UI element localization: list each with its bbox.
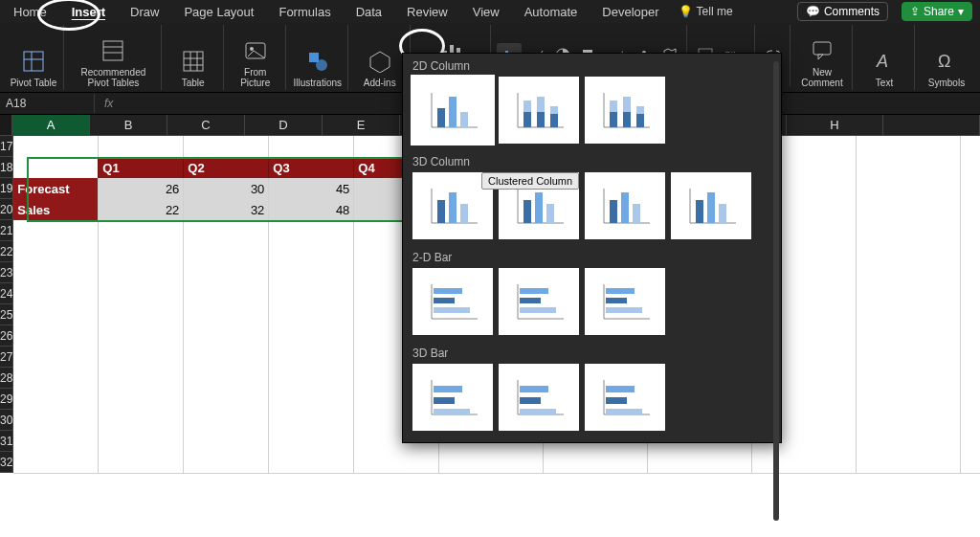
row-header[interactable]: 17	[0, 136, 13, 157]
cell[interactable]	[857, 325, 961, 347]
tab-data[interactable]: Data	[350, 3, 388, 21]
row-header[interactable]: 32	[0, 452, 13, 473]
column-header[interactable]	[883, 115, 980, 136]
cell[interactable]	[857, 262, 961, 284]
tell-me[interactable]: 💡 Tell me	[679, 5, 733, 18]
cell[interactable]	[269, 368, 354, 390]
cell[interactable]	[13, 136, 99, 158]
cell[interactable]	[961, 410, 980, 432]
cell[interactable]	[857, 431, 961, 453]
cell[interactable]	[439, 452, 544, 474]
tab-developer[interactable]: Developer	[596, 3, 664, 21]
cell[interactable]	[184, 304, 269, 326]
row-header[interactable]: 22	[0, 241, 13, 262]
cell[interactable]	[269, 452, 354, 474]
share-button[interactable]: ⇪ Share ▾	[902, 2, 972, 21]
cell[interactable]	[269, 262, 354, 284]
cell[interactable]	[961, 136, 980, 158]
chart-thumb-3d-column[interactable]	[671, 172, 751, 239]
cell[interactable]	[99, 452, 184, 474]
row-header[interactable]: 29	[0, 389, 13, 410]
cell[interactable]	[857, 220, 961, 242]
cell[interactable]	[269, 304, 354, 326]
cell[interactable]	[99, 410, 184, 432]
name-box[interactable]: A18	[0, 94, 95, 113]
cell[interactable]	[184, 136, 269, 158]
cell[interactable]	[857, 389, 961, 411]
cell[interactable]: Q2	[184, 157, 269, 179]
symbols-button[interactable]: Ω Symbols	[917, 25, 976, 90]
cell[interactable]	[269, 283, 354, 305]
cell[interactable]	[99, 389, 184, 411]
cell[interactable]: 26	[99, 178, 184, 200]
row-header[interactable]: 18	[0, 157, 13, 178]
column-header[interactable]: E	[323, 115, 400, 136]
cell[interactable]	[184, 389, 269, 411]
cell[interactable]	[99, 283, 184, 305]
row-header[interactable]: 25	[0, 304, 13, 325]
column-header[interactable]: C	[167, 115, 245, 136]
cell[interactable]	[961, 199, 980, 221]
cell[interactable]	[269, 410, 354, 432]
cell[interactable]	[961, 220, 980, 242]
cell[interactable]	[269, 389, 354, 411]
cell[interactable]	[13, 325, 99, 347]
chart-thumb-clustered-column[interactable]	[412, 77, 493, 144]
cell[interactable]: 32	[184, 199, 269, 221]
from-picture-button[interactable]: From Picture	[226, 25, 286, 90]
tab-page-layout[interactable]: Page Layout	[178, 3, 259, 21]
cell[interactable]	[184, 262, 269, 284]
text-button[interactable]: A Text	[855, 25, 915, 90]
cell[interactable]	[961, 241, 980, 263]
cell[interactable]	[648, 452, 752, 474]
cell[interactable]	[269, 325, 354, 347]
tab-draw[interactable]: Draw	[124, 3, 165, 21]
panel-scrollbar[interactable]	[773, 61, 779, 521]
cell[interactable]	[99, 136, 184, 158]
chart-thumb-stacked-bar[interactable]	[499, 268, 579, 335]
cell[interactable]	[13, 241, 99, 263]
new-comment-button[interactable]: New Comment	[792, 25, 853, 90]
cell[interactable]: 48	[269, 199, 354, 221]
cell[interactable]	[857, 410, 961, 432]
cell[interactable]	[857, 199, 961, 221]
cell[interactable]	[99, 304, 184, 326]
cell[interactable]	[961, 157, 980, 179]
cell[interactable]	[99, 325, 184, 347]
row-header[interactable]: 21	[0, 220, 13, 241]
cell[interactable]	[13, 452, 99, 474]
cell[interactable]: Q1	[99, 157, 184, 179]
cell[interactable]	[13, 157, 99, 179]
cell[interactable]	[184, 241, 269, 263]
cell[interactable]	[99, 347, 184, 369]
cell[interactable]	[13, 262, 99, 284]
tab-formulas[interactable]: Formulas	[273, 3, 336, 21]
cell[interactable]	[99, 431, 184, 453]
cell[interactable]	[961, 325, 980, 347]
chart-thumb-100-stacked-bar[interactable]	[585, 268, 665, 335]
tab-automate[interactable]: Automate	[519, 3, 584, 21]
cell[interactable]	[857, 452, 961, 474]
tab-review[interactable]: Review	[401, 3, 454, 21]
cell[interactable]	[857, 347, 961, 369]
row-header[interactable]: 27	[0, 347, 13, 368]
row-header[interactable]: 30	[0, 410, 13, 431]
cell[interactable]	[961, 347, 980, 369]
cell[interactable]	[99, 368, 184, 390]
cell[interactable]: 45	[269, 178, 354, 200]
cell[interactable]	[99, 262, 184, 284]
cell[interactable]	[269, 347, 354, 369]
cell[interactable]	[354, 452, 439, 474]
comments-button[interactable]: 💬 Comments	[797, 2, 888, 21]
cell[interactable]	[184, 368, 269, 390]
row-header[interactable]: 24	[0, 283, 13, 304]
cell[interactable]	[857, 241, 961, 263]
row-header[interactable]: 20	[0, 199, 13, 220]
tab-view[interactable]: View	[467, 3, 505, 21]
cell[interactable]	[13, 304, 99, 326]
cell[interactable]	[961, 431, 980, 453]
cell[interactable]	[544, 452, 648, 474]
cell[interactable]	[13, 389, 99, 411]
cell[interactable]	[184, 452, 269, 474]
cell[interactable]	[961, 389, 980, 411]
